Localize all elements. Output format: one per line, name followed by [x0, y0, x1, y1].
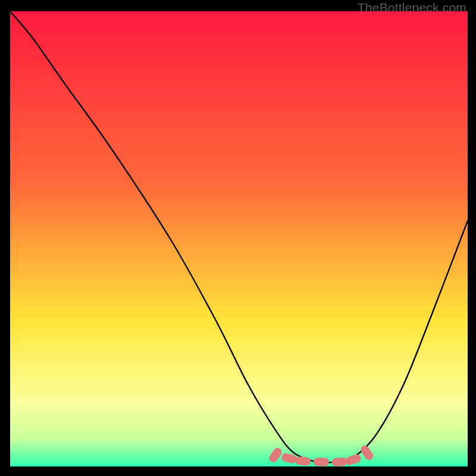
- gradient-background: [10, 11, 468, 466]
- chart-frame: TheBottleneck.com: [0, 0, 476, 476]
- bottom-marker: [314, 458, 329, 466]
- bottom-marker: [331, 457, 347, 466]
- chart-svg: [10, 11, 468, 466]
- plot-area: [10, 11, 468, 466]
